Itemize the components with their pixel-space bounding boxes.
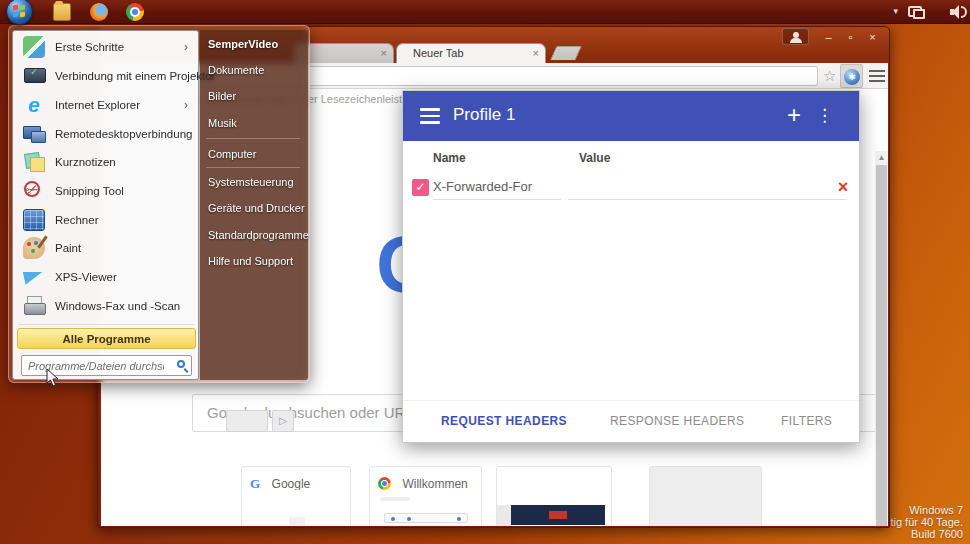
modheader-popup: Profile 1 + ⋮ Name Value ✓ X-Forwarded-F… bbox=[402, 90, 860, 443]
submenu-arrow-icon: › bbox=[184, 91, 188, 120]
tab-neuer-tab[interactable]: Neuer Tab × bbox=[396, 43, 546, 63]
tab-close-icon[interactable]: × bbox=[381, 47, 387, 60]
mouse-cursor bbox=[46, 368, 60, 388]
column-header-value: Value bbox=[579, 151, 610, 165]
start-menu-programs-panel: Erste Schritte › Verbindung mit einem Pr… bbox=[12, 30, 199, 380]
profile-avatar-button[interactable] bbox=[782, 28, 809, 45]
divider bbox=[206, 167, 300, 168]
chrome-menu-icon[interactable] bbox=[869, 69, 885, 83]
header-value-field[interactable] bbox=[568, 176, 846, 200]
start-menu-music[interactable]: Musik bbox=[208, 112, 304, 134]
paint-icon bbox=[23, 237, 45, 259]
tile-willkommen[interactable]: Willkommen bbox=[369, 466, 482, 526]
display-tray-icon[interactable] bbox=[908, 6, 922, 17]
explorer-taskbar-icon[interactable] bbox=[53, 3, 71, 21]
start-menu: Erste Schritte › Verbindung mit einem Pr… bbox=[8, 25, 310, 383]
profile-title: Profile 1 bbox=[453, 105, 515, 125]
tab-label: Neuer Tab bbox=[413, 47, 464, 59]
hamburger-menu-icon[interactable] bbox=[420, 108, 440, 124]
start-button[interactable] bbox=[6, 0, 33, 25]
scrollbar[interactable]: ▲ ▼ bbox=[875, 151, 888, 526]
tile-header: Willkommen bbox=[378, 474, 468, 490]
tile-title: Google bbox=[272, 477, 311, 490]
start-menu-user[interactable]: SemperVideo bbox=[208, 33, 304, 55]
start-menu-item-projektor[interactable]: Verbindung mit einem Projektor bbox=[15, 62, 196, 91]
tab-response-headers[interactable]: RESPONSE HEADERS bbox=[610, 414, 744, 428]
scroll-up-icon[interactable]: ▲ bbox=[875, 151, 888, 164]
chrome-taskbar-icon[interactable] bbox=[126, 3, 144, 21]
avatar-icon bbox=[790, 38, 802, 43]
divider bbox=[19, 324, 194, 325]
tile-gallery[interactable] bbox=[496, 466, 612, 526]
start-menu-computer[interactable]: Computer bbox=[208, 143, 304, 165]
tab-request-headers[interactable]: REQUEST HEADERS bbox=[441, 414, 567, 428]
sticky-notes-icon bbox=[23, 151, 45, 173]
google-favicon: G bbox=[250, 476, 260, 490]
getting-started-icon bbox=[23, 36, 45, 58]
kebab-menu-icon[interactable]: ⋮ bbox=[816, 104, 833, 128]
column-header-name: Name bbox=[433, 151, 466, 165]
maximize-button[interactable]: ▫ bbox=[842, 31, 859, 44]
start-menu-item-xps-viewer[interactable]: XPS-Viewer bbox=[15, 263, 196, 292]
submenu-arrow-icon: › bbox=[184, 33, 188, 62]
start-menu-places-panel: SemperVideo Dokumente Bilder Musik Compu… bbox=[200, 30, 308, 380]
start-menu-item-rechner[interactable]: Rechner bbox=[15, 206, 196, 235]
scrollbar-thumb[interactable] bbox=[876, 165, 887, 526]
add-profile-icon[interactable]: + bbox=[787, 101, 801, 129]
header-row: ✓ X-Forwarded-For × bbox=[403, 176, 859, 204]
snipping-tool-icon bbox=[23, 180, 45, 202]
start-menu-item-remotedesktop[interactable]: Remotedesktopverbindung bbox=[15, 120, 196, 149]
header-name-field[interactable]: X-Forwarded-For bbox=[433, 176, 561, 200]
taskbar: ▾ bbox=[0, 0, 970, 24]
popup-footer: REQUEST HEADERS RESPONSE HEADERS FILTERS bbox=[403, 400, 859, 442]
all-programs-button[interactable]: Alle Programme bbox=[17, 328, 196, 349]
start-menu-item-snipping-tool[interactable]: Snipping Tool bbox=[15, 177, 196, 206]
fax-scan-icon bbox=[23, 295, 45, 317]
tile-thumbnail bbox=[497, 505, 511, 526]
tray-chevron-icon[interactable]: ▾ bbox=[893, 7, 898, 16]
header-checkbox[interactable]: ✓ bbox=[412, 179, 429, 196]
start-menu-item-paint[interactable]: Paint bbox=[15, 234, 196, 263]
start-menu-help-support[interactable]: Hilfe und Support bbox=[208, 250, 304, 272]
tile-header: G Google bbox=[250, 474, 310, 490]
tile-thumbnail bbox=[380, 497, 410, 501]
start-menu-documents[interactable]: Dokumente bbox=[208, 59, 304, 81]
modheader-extension-button[interactable]: ✱ bbox=[840, 64, 863, 88]
start-menu-item-erste-schritte[interactable]: Erste Schritte › bbox=[15, 33, 196, 62]
internet-explorer-icon: e bbox=[23, 94, 45, 116]
search-icon bbox=[177, 360, 185, 368]
minimize-button[interactable]: – bbox=[820, 31, 837, 44]
firefox-taskbar-icon[interactable] bbox=[90, 3, 108, 21]
desktop: – ▫ × × Neuer Tab × ☆ ✱ Platzieren Sie I… bbox=[0, 0, 970, 544]
projector-icon bbox=[23, 65, 45, 87]
tile-thumbnail bbox=[511, 505, 605, 525]
divider bbox=[206, 138, 300, 139]
delete-header-icon[interactable]: × bbox=[833, 176, 853, 198]
tab-close-icon[interactable]: × bbox=[533, 47, 539, 60]
xps-viewer-icon bbox=[23, 266, 45, 288]
tile-empty[interactable] bbox=[649, 466, 762, 526]
bookmark-star-icon[interactable]: ☆ bbox=[823, 66, 836, 86]
extension-icon: ✱ bbox=[844, 69, 860, 85]
start-menu-default-programs[interactable]: Standardprogramme bbox=[208, 224, 304, 246]
start-menu-pictures[interactable]: Bilder bbox=[208, 85, 304, 107]
tile-thumbnail bbox=[289, 517, 305, 526]
windows-logo-icon bbox=[13, 5, 26, 18]
tile-google[interactable]: G Google bbox=[241, 466, 351, 526]
start-menu-control-panel[interactable]: Systemsteuerung bbox=[208, 171, 304, 193]
chrome-favicon bbox=[378, 477, 391, 490]
start-menu-item-kurznotizen[interactable]: Kurznotizen bbox=[15, 148, 196, 177]
new-tab-button[interactable] bbox=[550, 46, 582, 60]
tile-title: Willkommen bbox=[402, 477, 467, 490]
tab-filters[interactable]: FILTERS bbox=[781, 414, 832, 428]
remote-desktop-icon bbox=[23, 123, 45, 145]
start-menu-item-internet-explorer[interactable]: e Internet Explorer › bbox=[15, 91, 196, 120]
background-button bbox=[226, 410, 268, 432]
start-menu-devices-printers[interactable]: Geräte und Drucker bbox=[208, 197, 304, 219]
start-menu-item-fax-scan[interactable]: Windows-Fax und -Scan bbox=[15, 292, 196, 321]
close-button[interactable]: × bbox=[864, 31, 881, 44]
tile-thumbnail bbox=[384, 513, 468, 523]
play-button: ▷ bbox=[272, 410, 294, 432]
calculator-icon bbox=[23, 209, 45, 231]
popup-header: Profile 1 + ⋮ bbox=[403, 91, 859, 141]
